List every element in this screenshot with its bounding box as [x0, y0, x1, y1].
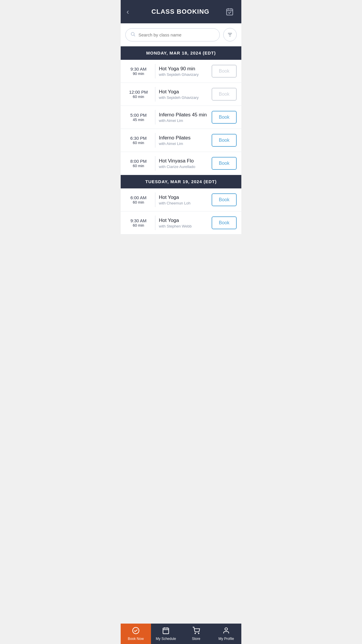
class-divider — [155, 87, 155, 102]
class-name: Hot Yoga 90 min — [159, 66, 208, 72]
class-time: 12:00 PM 60 min — [125, 90, 152, 99]
class-time: 9:30 AM 90 min — [125, 66, 152, 76]
class-time-main: 6:00 AM — [125, 195, 152, 200]
day-header-text: TUESDAY, MAR 19, 2024 (EDT) — [145, 179, 217, 184]
search-box — [125, 28, 220, 41]
search-icon — [130, 32, 136, 38]
class-time: 6:30 PM 60 min — [125, 136, 152, 145]
class-info: Inferno Pilates with Aimei Lim — [159, 135, 208, 146]
class-divider — [155, 156, 155, 171]
book-button[interactable]: Book — [212, 134, 237, 147]
class-instructor: with Aimei Lim — [159, 118, 208, 123]
class-name: Inferno Pilates — [159, 135, 208, 141]
book-button[interactable]: Book — [212, 111, 237, 124]
class-duration: 60 min — [125, 164, 152, 168]
svg-point-4 — [131, 32, 134, 36]
class-time-main: 6:30 PM — [125, 136, 152, 141]
search-area — [121, 23, 241, 46]
main-content: MONDAY, MAR 18, 2024 (EDT) 9:30 AM 90 mi… — [121, 46, 241, 255]
calendar-check-icon[interactable] — [224, 6, 236, 18]
class-name: Hot Yoga — [159, 89, 208, 95]
class-duration: 60 min — [125, 223, 152, 228]
class-time-main: 9:30 AM — [125, 218, 152, 223]
search-input[interactable] — [138, 32, 215, 37]
class-name: Hot Vinyasa Flo — [159, 158, 208, 164]
table-row: 6:00 AM 60 min Hot Yoga with Cheemun Loh… — [121, 188, 241, 211]
filter-button[interactable] — [223, 28, 237, 41]
class-name: Hot Yoga — [159, 218, 208, 223]
book-button[interactable]: Book — [212, 193, 237, 206]
class-time: 6:00 AM 60 min — [125, 195, 152, 204]
class-instructor: with Stephen Webb — [159, 224, 208, 228]
class-time-main: 5:00 PM — [125, 113, 152, 118]
book-button[interactable]: Book — [212, 157, 237, 170]
table-row: 5:00 PM 45 min Inferno Pilates 45 min wi… — [121, 106, 241, 129]
page-title: CLASS BOOKING — [137, 8, 224, 15]
class-divider — [155, 64, 155, 78]
book-button: Book — [212, 65, 237, 78]
class-divider — [155, 133, 155, 148]
class-duration: 60 min — [125, 141, 152, 145]
day-header-1: TUESDAY, MAR 19, 2024 (EDT) — [121, 175, 241, 188]
class-divider — [155, 192, 155, 207]
day-header-text: MONDAY, MAR 18, 2024 (EDT) — [146, 50, 216, 55]
class-list-0: 9:30 AM 90 min Hot Yoga 90 min with Sepi… — [121, 60, 241, 175]
book-button: Book — [212, 88, 237, 101]
table-row: 9:30 AM 60 min Hot Yoga with Stephen Web… — [121, 211, 241, 235]
class-info: Inferno Pilates 45 min with Aimei Lim — [159, 112, 208, 123]
class-instructor: with Ciarize Aurellado — [159, 164, 208, 169]
class-time-main: 8:00 PM — [125, 159, 152, 164]
table-row: 8:00 PM 60 min Hot Vinyasa Flo with Ciar… — [121, 152, 241, 175]
app-header: ‹ CLASS BOOKING — [121, 0, 241, 23]
class-time: 9:30 AM 60 min — [125, 218, 152, 228]
class-duration: 60 min — [125, 200, 152, 204]
class-list-1: 6:00 AM 60 min Hot Yoga with Cheemun Loh… — [121, 188, 241, 235]
class-duration: 60 min — [125, 94, 152, 99]
class-info: Hot Yoga with Sepideh Ghavizary — [159, 89, 208, 100]
back-button[interactable]: ‹ — [126, 7, 137, 16]
class-divider — [155, 216, 155, 230]
class-duration: 45 min — [125, 118, 152, 122]
class-name: Inferno Pilates 45 min — [159, 112, 208, 118]
table-row: 12:00 PM 60 min Hot Yoga with Sepideh Gh… — [121, 83, 241, 106]
class-time: 5:00 PM 45 min — [125, 113, 152, 122]
day-header-0: MONDAY, MAR 18, 2024 (EDT) — [121, 46, 241, 60]
class-time-main: 9:30 AM — [125, 66, 152, 71]
class-name: Hot Yoga — [159, 195, 208, 200]
class-duration: 90 min — [125, 71, 152, 76]
class-instructor: with Sepideh Ghavizary — [159, 95, 208, 100]
class-info: Hot Vinyasa Flo with Ciarize Aurellado — [159, 158, 208, 169]
svg-rect-0 — [227, 9, 233, 15]
class-divider — [155, 110, 155, 125]
class-info: Hot Yoga 90 min with Sepideh Ghavizary — [159, 66, 208, 77]
book-button[interactable]: Book — [212, 216, 237, 229]
class-info: Hot Yoga with Cheemun Loh — [159, 195, 208, 205]
class-time-main: 12:00 PM — [125, 90, 152, 94]
svg-line-5 — [134, 35, 135, 36]
class-instructor: with Cheemun Loh — [159, 201, 208, 205]
table-row: 6:30 PM 60 min Inferno Pilates with Aime… — [121, 129, 241, 152]
class-instructor: with Sepideh Ghavizary — [159, 72, 208, 77]
class-time: 8:00 PM 60 min — [125, 159, 152, 168]
class-info: Hot Yoga with Stephen Webb — [159, 218, 208, 228]
class-instructor: with Aimei Lim — [159, 141, 208, 146]
table-row: 9:30 AM 90 min Hot Yoga 90 min with Sepi… — [121, 60, 241, 83]
